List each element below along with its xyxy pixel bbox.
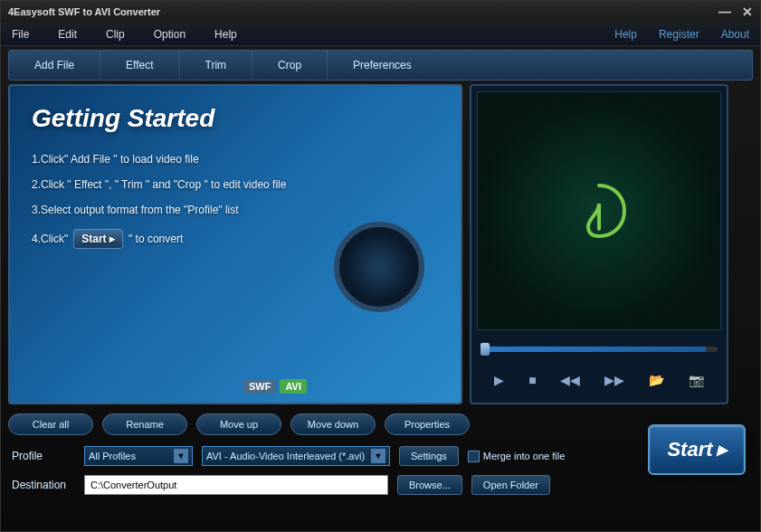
- toolbar-preferences[interactable]: Preferences: [328, 51, 437, 80]
- link-register[interactable]: Register: [659, 28, 699, 41]
- profile-filter-combo[interactable]: All Profiles ▼: [84, 446, 193, 466]
- start-mini-button: Start ▸: [73, 229, 123, 249]
- profile-filter-value: All Profiles: [89, 451, 136, 461]
- play-arrow-icon: ▸: [717, 438, 727, 461]
- profile-format-value: AVI - Audio-Video Interleaved (*.avi): [206, 451, 365, 461]
- move-up-button[interactable]: Move up: [196, 413, 281, 435]
- step4-suffix: " to convert: [128, 233, 183, 245]
- start-button[interactable]: Start ▸: [648, 424, 746, 475]
- menu-clip[interactable]: Clip: [106, 28, 125, 41]
- menu-help[interactable]: Help: [214, 28, 237, 41]
- toolbar-add-file[interactable]: Add File: [9, 51, 100, 80]
- menu-edit[interactable]: Edit: [58, 28, 77, 41]
- chevron-down-icon: ▼: [174, 449, 188, 463]
- open-icon[interactable]: 📂: [649, 373, 664, 387]
- chevron-down-icon: ▼: [371, 449, 385, 463]
- rewind-icon[interactable]: ◀◀: [560, 373, 580, 387]
- stop-icon[interactable]: ■: [528, 373, 536, 387]
- clear-all-button[interactable]: Clear all: [8, 413, 93, 435]
- main-area: Getting Started 1.Click" Add File " to l…: [1, 81, 760, 408]
- merge-checkbox-wrap[interactable]: Merge into one file: [468, 451, 566, 462]
- profile-format-combo[interactable]: AVI - Audio-Video Interleaved (*.avi) ▼: [202, 446, 390, 466]
- bottom-panel: Profile All Profiles ▼ AVI - Audio-Video…: [1, 435, 760, 495]
- step4-prefix: 4.Click": [32, 233, 68, 245]
- step-1: 1.Click" Add File " to load video file: [32, 153, 439, 166]
- film-reel-icon: [334, 222, 442, 330]
- toolbar-trim[interactable]: Trim: [180, 51, 253, 80]
- menubar: File Edit Clip Option Help Help Register…: [1, 23, 760, 46]
- timeline: [480, 336, 718, 363]
- menu-left: File Edit Clip Option Help: [12, 28, 237, 41]
- merge-label: Merge into one file: [483, 451, 566, 461]
- browse-button[interactable]: Browse...: [397, 475, 462, 495]
- link-about[interactable]: About: [721, 28, 749, 41]
- titlebar: 4Easysoft SWF to AVI Converter — ✕: [1, 1, 760, 23]
- close-icon[interactable]: ✕: [742, 5, 753, 19]
- toolbar: Add File Effect Trim Crop Preferences: [8, 50, 753, 81]
- forward-icon[interactable]: ▶▶: [604, 373, 624, 387]
- preview-pane: ▶ ■ ◀◀ ▶▶ 📂 📷: [470, 84, 728, 404]
- open-folder-button[interactable]: Open Folder: [471, 475, 550, 495]
- seek-track[interactable]: [480, 347, 718, 352]
- properties-button[interactable]: Properties: [385, 413, 470, 435]
- play-icon[interactable]: ▶: [494, 373, 504, 387]
- logo-icon: [563, 175, 635, 247]
- app-window: 4Easysoft SWF to AVI Converter — ✕ File …: [0, 0, 761, 532]
- move-down-button[interactable]: Move down: [290, 413, 376, 435]
- file-action-row: Clear all Rename Move up Move down Prope…: [1, 408, 760, 435]
- player-controls: ▶ ■ ◀◀ ▶▶ 📂 📷: [471, 363, 727, 397]
- menu-file[interactable]: File: [12, 28, 29, 41]
- profile-row: Profile All Profiles ▼ AVI - Audio-Video…: [12, 446, 749, 466]
- seek-thumb[interactable]: [480, 343, 490, 356]
- menu-right: Help Register About: [614, 28, 749, 41]
- swf-chip: SWF: [243, 379, 276, 394]
- destination-input[interactable]: [84, 475, 388, 495]
- window-controls: — ✕: [718, 5, 753, 19]
- snapshot-icon[interactable]: 📷: [689, 373, 704, 387]
- toolbar-effect[interactable]: Effect: [100, 51, 179, 80]
- format-icons: SWF AVI: [243, 379, 307, 394]
- start-button-label: Start: [667, 438, 712, 461]
- step-3: 3.Select output format from the "Profile…: [32, 204, 439, 216]
- toolbar-crop[interactable]: Crop: [252, 51, 328, 80]
- window-title: 4Easysoft SWF to AVI Converter: [8, 6, 160, 17]
- merge-checkbox[interactable]: [468, 451, 480, 462]
- profile-label: Profile: [12, 450, 75, 462]
- rename-button[interactable]: Rename: [102, 413, 187, 435]
- step-2: 2.Click " Effect ", " Trim " and "Crop "…: [32, 178, 439, 191]
- getting-started-pane: Getting Started 1.Click" Add File " to l…: [8, 84, 462, 404]
- video-preview: [477, 91, 721, 330]
- minimize-icon[interactable]: —: [718, 5, 731, 19]
- destination-label: Destination: [12, 479, 75, 491]
- destination-row: Destination Browse... Open Folder: [12, 475, 749, 495]
- getting-started-title: Getting Started: [32, 104, 439, 133]
- avi-chip: AVI: [280, 379, 307, 394]
- menu-option[interactable]: Option: [154, 28, 185, 41]
- link-help[interactable]: Help: [614, 28, 637, 41]
- settings-button[interactable]: Settings: [399, 446, 459, 466]
